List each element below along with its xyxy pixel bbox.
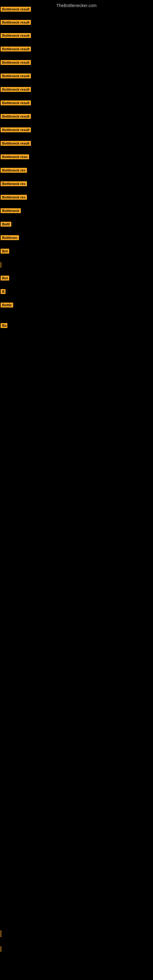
bottleneck-badge-23: Bo: [1, 323, 7, 328]
bottleneck-badge-19: Bot: [1, 249, 9, 254]
bottleneck-badge-6: Bottleneck result: [1, 73, 31, 78]
bottleneck-badge-16: Bottleneck: [1, 208, 21, 213]
bottleneck-badge-13: Bottleneck res: [1, 168, 27, 173]
bottleneck-badge-5: Bottleneck result: [1, 60, 31, 65]
bottleneck-badge-7: Bottleneck result: [1, 87, 31, 92]
bottleneck-badge-11: Bottleneck result: [1, 141, 31, 146]
bottleneck-badge-18: Bottlenec: [1, 235, 19, 240]
bottleneck-badge-17: Bottl: [1, 222, 11, 227]
bottleneck-badge-2: Bottleneck result: [1, 20, 31, 25]
bottleneck-badge-14: Bottleneck res: [1, 181, 27, 186]
bottleneck-badge-20: Bot: [1, 275, 9, 280]
bottleneck-badge-4: Bottleneck result: [1, 46, 31, 51]
vertical-line-2: [1, 931, 1, 937]
vertical-line-3: [1, 946, 1, 952]
bottleneck-badge-8: Bottleneck result: [1, 100, 31, 105]
bottleneck-badge-22: Bottle: [1, 302, 13, 307]
vertical-line-1: [1, 262, 1, 268]
bottleneck-badge-10: Bottleneck result: [1, 127, 31, 132]
bottleneck-badge-9: Bottleneck result: [1, 114, 31, 119]
bottleneck-badge-21: B: [1, 289, 5, 294]
bottleneck-badge-15: Bottleneck res: [1, 195, 27, 200]
bottleneck-badge-12: Bottleneck resu: [1, 154, 29, 159]
bottleneck-badge-3: Bottleneck result: [1, 33, 31, 38]
bottleneck-badge-1: Bottleneck result: [1, 7, 31, 12]
